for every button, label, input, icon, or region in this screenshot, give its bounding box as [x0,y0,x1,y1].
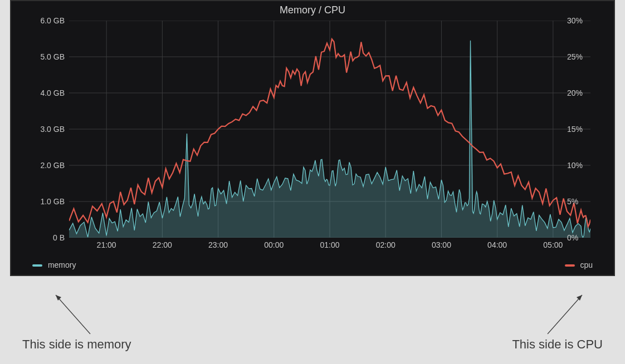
x-tick: 00:00 [264,240,284,249]
y-left-tick: 1.0 GB [30,197,65,206]
y-left-tick: 3.0 GB [30,125,65,134]
y-left-tick: 4.0 GB [30,88,65,97]
legend-label-memory: memory [48,260,76,269]
x-tick: 01:00 [320,240,339,249]
x-tick: 03:00 [432,240,451,249]
y-right-tick: 15% [567,125,595,134]
x-tick: 02:00 [376,240,395,249]
legend-memory[interactable]: memory [32,260,76,269]
legend-swatch-memory [32,264,42,267]
x-tick: 05:00 [543,240,563,249]
legend-label-cpu: cpu [580,260,593,269]
plot-area [69,21,590,238]
x-tick: 22:00 [153,240,172,249]
annotation-right: This side is CPU [512,337,603,352]
y-right-tick: 10% [567,161,595,170]
chart-title: Memory / CPU [11,1,614,16]
legend-cpu[interactable]: cpu [565,260,593,269]
y-right-tick: 5% [567,197,595,206]
x-tick: 21:00 [97,240,116,249]
svg-line-17 [56,295,90,334]
y-right-tick: 25% [567,52,595,61]
svg-marker-18 [56,295,61,301]
legend-swatch-cpu [565,264,575,267]
x-tick: 23:00 [208,240,228,249]
y-left-tick: 6.0 GB [30,16,65,25]
chart-svg [69,21,590,238]
svg-marker-20 [577,295,582,301]
y-right-tick: 20% [567,88,595,97]
y-left-tick: 2.0 GB [30,161,65,170]
y-right-tick: 0% [567,233,595,242]
y-left-tick: 5.0 GB [30,52,65,61]
y-right-tick: 30% [567,16,595,25]
svg-line-19 [548,295,582,334]
chart-panel: Memory / CPU memory cpu 0 B1.0 GB2.0 GB3… [10,0,615,276]
annotation-left: This side is memory [22,337,131,352]
x-tick: 04:00 [487,240,507,249]
y-left-tick: 0 B [30,233,65,242]
